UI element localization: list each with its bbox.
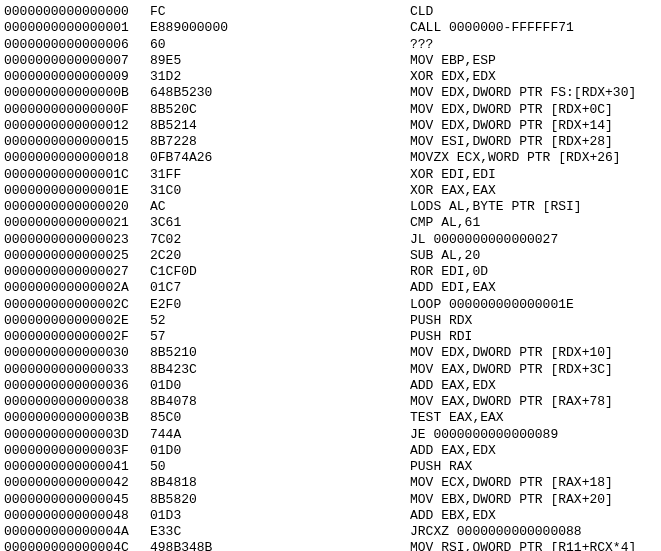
- asm-cell: JE 0000000000000089: [410, 427, 558, 443]
- hex-cell: 89E5: [150, 53, 410, 69]
- hex-cell: 31C0: [150, 183, 410, 199]
- asm-cell: XOR EAX,EAX: [410, 183, 496, 199]
- address-cell: 0000000000000006: [4, 37, 150, 53]
- hex-cell: 0FB74A26: [150, 150, 410, 166]
- asm-cell: MOV RSI,QWORD PTR [R11+RCX*4]: [410, 540, 636, 551]
- asm-cell: ROR EDI,0D: [410, 264, 488, 280]
- hex-cell: 3C61: [150, 215, 410, 231]
- disassembly-row[interactable]: 0000000000000027C1CF0DROR EDI,0D: [4, 264, 657, 280]
- address-cell: 0000000000000020: [4, 199, 150, 215]
- address-cell: 0000000000000018: [4, 150, 150, 166]
- hex-cell: 31FF: [150, 167, 410, 183]
- asm-cell: ???: [410, 37, 433, 53]
- disassembly-row[interactable]: 000000000000000931D2XOR EDX,EDX: [4, 69, 657, 85]
- hex-cell: 52: [150, 313, 410, 329]
- address-cell: 0000000000000009: [4, 69, 150, 85]
- hex-cell: 648B5230: [150, 85, 410, 101]
- address-cell: 000000000000000B: [4, 85, 150, 101]
- address-cell: 000000000000003D: [4, 427, 150, 443]
- hex-cell: 57: [150, 329, 410, 345]
- disassembly-row[interactable]: 000000000000002F57PUSH RDI: [4, 329, 657, 345]
- address-cell: 0000000000000030: [4, 345, 150, 361]
- disassembly-row[interactable]: 00000000000000237C02JL 0000000000000027: [4, 232, 657, 248]
- disassembly-row[interactable]: 00000000000000338B423CMOV EAX,DWORD PTR …: [4, 362, 657, 378]
- disassembly-row[interactable]: 000000000000000789E5MOV EBP,ESP: [4, 53, 657, 69]
- hex-cell: 01D3: [150, 508, 410, 524]
- address-cell: 0000000000000001: [4, 20, 150, 36]
- disassembly-row[interactable]: 0000000000000001E889000000CALL 0000000-F…: [4, 20, 657, 36]
- hex-cell: 8B520C: [150, 102, 410, 118]
- disassembly-row[interactable]: 0000000000000000FCCLD: [4, 4, 657, 20]
- hex-cell: 8B7228: [150, 134, 410, 150]
- address-cell: 000000000000004A: [4, 524, 150, 540]
- disassembly-row[interactable]: 0000000000000020ACLODS AL,BYTE PTR [RSI]: [4, 199, 657, 215]
- disassembly-row[interactable]: 000000000000002E52PUSH RDX: [4, 313, 657, 329]
- address-cell: 0000000000000038: [4, 394, 150, 410]
- hex-cell: 7C02: [150, 232, 410, 248]
- disassembly-row[interactable]: 00000000000000158B7228MOV ESI,DWORD PTR …: [4, 134, 657, 150]
- asm-cell: XOR EDX,EDX: [410, 69, 496, 85]
- address-cell: 000000000000001E: [4, 183, 150, 199]
- disassembly-row[interactable]: 000000000000003D744AJE 0000000000000089: [4, 427, 657, 443]
- hex-cell: 8B5214: [150, 118, 410, 134]
- hex-cell: 2C20: [150, 248, 410, 264]
- address-cell: 0000000000000021: [4, 215, 150, 231]
- disassembly-row[interactable]: 000000000000002CE2F0LOOP 000000000000001…: [4, 297, 657, 313]
- disassembly-row[interactable]: 000000000000000660???: [4, 37, 657, 53]
- disassembly-row[interactable]: 00000000000000213C61CMP AL,61: [4, 215, 657, 231]
- asm-cell: TEST EAX,EAX: [410, 410, 504, 426]
- disassembly-row[interactable]: 00000000000000428B4818MOV ECX,DWORD PTR …: [4, 475, 657, 491]
- disassembly-row[interactable]: 00000000000000180FB74A26MOVZX ECX,WORD P…: [4, 150, 657, 166]
- address-cell: 0000000000000023: [4, 232, 150, 248]
- asm-cell: LODS AL,BYTE PTR [RSI]: [410, 199, 582, 215]
- disassembly-row[interactable]: 000000000000000F8B520CMOV EDX,DWORD PTR …: [4, 102, 657, 118]
- address-cell: 000000000000002E: [4, 313, 150, 329]
- hex-cell: FC: [150, 4, 410, 20]
- asm-cell: MOV EDX,DWORD PTR [RDX+10]: [410, 345, 613, 361]
- disassembly-row[interactable]: 000000000000003601D0ADD EAX,EDX: [4, 378, 657, 394]
- asm-cell: SUB AL,20: [410, 248, 480, 264]
- disassembly-row[interactable]: 00000000000000252C20SUB AL,20: [4, 248, 657, 264]
- hex-cell: C1CF0D: [150, 264, 410, 280]
- disassembly-row[interactable]: 000000000000004C498B348BMOV RSI,QWORD PT…: [4, 540, 657, 551]
- disassembly-row[interactable]: 000000000000003B85C0TEST EAX,EAX: [4, 410, 657, 426]
- hex-cell: 8B423C: [150, 362, 410, 378]
- disassembly-row[interactable]: 000000000000002A01C7ADD EDI,EAX: [4, 280, 657, 296]
- asm-cell: PUSH RDX: [410, 313, 472, 329]
- hex-cell: 8B5820: [150, 492, 410, 508]
- address-cell: 0000000000000033: [4, 362, 150, 378]
- hex-cell: 498B348B: [150, 540, 410, 551]
- address-cell: 0000000000000012: [4, 118, 150, 134]
- disassembly-listing: 0000000000000000FCCLD0000000000000001E88…: [4, 4, 657, 551]
- disassembly-row[interactable]: 000000000000000B648B5230MOV EDX,DWORD PT…: [4, 85, 657, 101]
- address-cell: 000000000000004C: [4, 540, 150, 551]
- disassembly-row[interactable]: 000000000000004AE33CJRCXZ 00000000000000…: [4, 524, 657, 540]
- hex-cell: 8B5210: [150, 345, 410, 361]
- asm-cell: MOV EDX,DWORD PTR [RDX+14]: [410, 118, 613, 134]
- disassembly-row[interactable]: 000000000000003F01D0ADD EAX,EDX: [4, 443, 657, 459]
- asm-cell: XOR EDI,EDI: [410, 167, 496, 183]
- disassembly-row[interactable]: 000000000000001E31C0XOR EAX,EAX: [4, 183, 657, 199]
- asm-cell: MOV EBP,ESP: [410, 53, 496, 69]
- disassembly-row[interactable]: 00000000000000388B4078MOV EAX,DWORD PTR …: [4, 394, 657, 410]
- disassembly-row[interactable]: 000000000000004801D3ADD EBX,EDX: [4, 508, 657, 524]
- address-cell: 0000000000000045: [4, 492, 150, 508]
- disassembly-row[interactable]: 000000000000004150PUSH RAX: [4, 459, 657, 475]
- address-cell: 0000000000000000: [4, 4, 150, 20]
- disassembly-row[interactable]: 00000000000000458B5820MOV EBX,DWORD PTR …: [4, 492, 657, 508]
- asm-cell: JL 0000000000000027: [410, 232, 558, 248]
- address-cell: 000000000000002A: [4, 280, 150, 296]
- asm-cell: PUSH RAX: [410, 459, 472, 475]
- disassembly-row[interactable]: 00000000000000128B5214MOV EDX,DWORD PTR …: [4, 118, 657, 134]
- hex-cell: 85C0: [150, 410, 410, 426]
- hex-cell: 01D0: [150, 443, 410, 459]
- disassembly-row[interactable]: 000000000000001C31FFXOR EDI,EDI: [4, 167, 657, 183]
- hex-cell: 01D0: [150, 378, 410, 394]
- address-cell: 000000000000002C: [4, 297, 150, 313]
- disassembly-row[interactable]: 00000000000000308B5210MOV EDX,DWORD PTR …: [4, 345, 657, 361]
- address-cell: 000000000000000F: [4, 102, 150, 118]
- address-cell: 000000000000003B: [4, 410, 150, 426]
- asm-cell: MOV EBX,DWORD PTR [RAX+20]: [410, 492, 613, 508]
- asm-cell: LOOP 000000000000001E: [410, 297, 574, 313]
- asm-cell: CALL 0000000-FFFFFF71: [410, 20, 574, 36]
